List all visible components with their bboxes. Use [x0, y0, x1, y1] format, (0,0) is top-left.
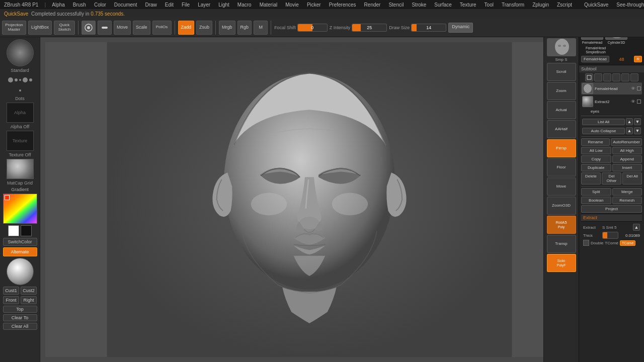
subtool-item-femalehead[interactable]: FemaleHead 👁 — [581, 82, 642, 95]
tcorne-btn[interactable]: TCorné — [620, 240, 635, 246]
quick-sketch-btn[interactable]: Quick Sketch — [54, 21, 75, 35]
all-high-btn[interactable]: All High — [612, 147, 642, 154]
alpha-preview[interactable]: Alpha — [7, 103, 34, 123]
persp-btn[interactable]: Persp — [547, 139, 576, 157]
subtool-icon-4[interactable] — [612, 73, 620, 81]
zsub-btn[interactable]: Zsub — [196, 21, 212, 35]
all-low-btn[interactable]: All Low — [581, 147, 611, 154]
menu-stencil[interactable]: Stencil — [386, 2, 406, 8]
solo-btn[interactable]: SoloPolyF — [547, 254, 576, 272]
move-3d-btn[interactable]: Move — [547, 177, 576, 196]
head-thumbnail[interactable] — [547, 38, 576, 56]
extract-section-header[interactable]: Extract — [581, 214, 642, 222]
dots-brush-preview[interactable] — [7, 74, 34, 95]
smooth-btn[interactable] — [98, 21, 112, 35]
auto-collapse-up[interactable]: ▲ — [626, 127, 633, 134]
append-btn[interactable]: Append — [612, 155, 642, 163]
mrgb-btn[interactable]: Mrgb — [219, 21, 235, 35]
menu-edit[interactable]: Edit — [163, 2, 176, 8]
subtool-item-eyes[interactable]: eyes — [581, 109, 642, 114]
list-down-btn[interactable]: ▼ — [634, 118, 641, 125]
texture-preview[interactable]: Texture — [7, 131, 34, 151]
autorenumber-btn[interactable]: AutoRenumber — [611, 138, 642, 146]
extract-s-up[interactable]: ▲ — [633, 224, 640, 231]
subtool-icon-5[interactable] — [621, 73, 629, 81]
zoom-btn[interactable]: Zoom — [547, 82, 576, 100]
menu-material[interactable]: Material — [258, 2, 280, 8]
rotate-btn[interactable]: PoliOs — [152, 21, 172, 35]
see-through-control[interactable]: See-through:0 — [614, 2, 644, 8]
menu-macro[interactable]: Macro — [235, 2, 254, 8]
dynamic-btn[interactable]: Dynamic — [448, 23, 473, 33]
canvas-inner[interactable] — [45, 42, 574, 357]
menu-file[interactable]: File — [180, 2, 192, 8]
lightbox-btn[interactable]: LightBox — [28, 21, 52, 35]
remesh-btn[interactable]: Remesh — [612, 197, 642, 204]
list-up-btn[interactable]: ▲ — [626, 118, 633, 125]
subtool-item-extract2[interactable]: Extract2 👁 — [581, 96, 642, 108]
rota3d-btn[interactable]: RotA5Poly — [547, 216, 576, 234]
menu-picker[interactable]: Picker — [305, 2, 323, 8]
scale-btn[interactable]: Scale — [133, 21, 150, 35]
z-intensity-slider[interactable]: 25 — [352, 24, 387, 32]
list-all-btn[interactable]: List All — [582, 119, 625, 125]
auto-collapse-down[interactable]: ▼ — [634, 127, 641, 134]
menu-surface[interactable]: Surface — [432, 2, 453, 8]
move-btn[interactable]: Move — [114, 21, 131, 35]
menu-color[interactable]: Color — [92, 2, 108, 8]
clear-to-btn[interactable]: Clear To — [3, 314, 37, 321]
clear-all-btn[interactable]: Clear All — [3, 323, 37, 330]
zadd-btn[interactable]: Zadd — [178, 21, 195, 35]
aa-half-btn[interactable]: AAHalf — [547, 120, 576, 138]
draw-mode-btn[interactable] — [82, 21, 96, 35]
zoom3d-btn[interactable]: ZoomO3D — [547, 197, 576, 215]
subtool-icon-2[interactable] — [594, 73, 602, 81]
double-checkbox[interactable] — [583, 240, 589, 246]
auto-collapse-btn[interactable]: Auto Collapse — [582, 128, 625, 134]
actual-btn[interactable]: Actual — [547, 101, 576, 119]
subtool-icon-1[interactable] — [585, 73, 593, 81]
del-other-btn[interactable]: Del Other — [602, 172, 621, 185]
duplicate-btn[interactable]: Duplicate — [581, 164, 611, 171]
delete-btn[interactable]: Delete — [581, 172, 601, 185]
rename-btn[interactable]: Rename — [581, 138, 610, 146]
menu-layer[interactable]: Layer — [196, 2, 212, 8]
material-preview[interactable] — [7, 159, 34, 179]
transp-btn[interactable]: Transp — [547, 235, 576, 253]
project-btn[interactable]: Project — [581, 205, 642, 213]
cust2-btn[interactable]: Cust2 — [21, 287, 37, 295]
draw-size-slider[interactable]: 14 — [411, 24, 446, 32]
switch-color-btn[interactable]: SwitchColor — [3, 238, 37, 246]
female-head-counter-btn[interactable]: FemaleHead — [581, 56, 609, 62]
split-btn[interactable]: Split — [581, 188, 611, 196]
insert-btn[interactable]: Insert — [612, 164, 642, 171]
quicksave-btn[interactable]: QuickSave — [582, 2, 610, 8]
menu-light[interactable]: Light — [216, 2, 231, 8]
menu-render[interactable]: Render — [362, 2, 383, 8]
copy-btn[interactable]: Copy — [581, 155, 611, 163]
subtool-icon-3[interactable] — [603, 73, 611, 81]
extract2-visibility-check[interactable] — [637, 100, 641, 104]
femalehead-visibility-check[interactable] — [637, 86, 641, 90]
right-btn[interactable]: Right — [21, 296, 37, 304]
alternate-btn[interactable]: Alternate — [3, 247, 37, 256]
canvas-area[interactable] — [40, 37, 579, 362]
femalehead-eye-icon[interactable]: 👁 — [631, 86, 635, 91]
top-btn[interactable]: Top — [3, 306, 37, 313]
brush-preview[interactable] — [7, 39, 34, 66]
menu-brush[interactable]: Brush — [71, 2, 88, 8]
merge-btn[interactable]: Merge — [612, 188, 642, 196]
menu-draw[interactable]: Draw — [143, 2, 158, 8]
menu-alpha[interactable]: Alpha — [50, 2, 67, 8]
m-btn[interactable]: M — [254, 21, 268, 35]
menu-stroke[interactable]: Stroke — [410, 2, 428, 8]
menu-transform[interactable]: Transform — [500, 2, 526, 8]
cust1-btn[interactable]: Cust1 — [3, 287, 19, 295]
extract2-eye-icon[interactable]: 👁 — [631, 99, 635, 104]
menu-movie[interactable]: Movie — [283, 2, 301, 8]
menu-texture[interactable]: Texture — [458, 2, 478, 8]
floor-btn[interactable]: Floor — [547, 158, 576, 176]
subtool-icon-6[interactable] — [630, 73, 638, 81]
boolean-btn[interactable]: Boolean — [581, 197, 611, 204]
thick-slider[interactable] — [602, 232, 618, 239]
